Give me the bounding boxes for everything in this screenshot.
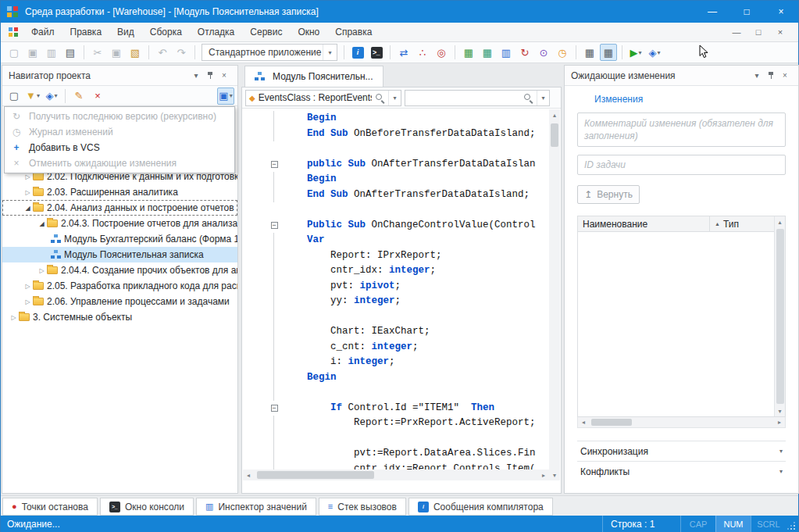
copy-icon[interactable]: ▣ [108, 44, 125, 61]
code-line[interactable]: −Public Sub OnChangeControlValue(Control [243, 218, 549, 234]
panel-menu-button[interactable]: ▾ [189, 71, 203, 80]
expand-arrow-icon[interactable]: ▷ [23, 298, 33, 305]
collapse-arrow-icon[interactable]: ◢ [37, 220, 47, 227]
menu-item[interactable]: Окно [290, 23, 327, 41]
save-all-icon[interactable]: ▥ [43, 44, 60, 61]
code-line[interactable] [243, 202, 549, 218]
chevron-down-icon[interactable]: ▾ [230, 92, 233, 99]
window-close-button[interactable]: × [764, 1, 798, 23]
code-line[interactable]: i: integer; [243, 355, 549, 370]
report-icon[interactable]: ▥ [498, 44, 515, 61]
tree-item[interactable]: ▷2.03. Расширенная аналитика [2, 184, 237, 200]
scroll-left-icon[interactable]: ◂ [578, 417, 589, 428]
code-line[interactable]: Chart: IEaxChart; [243, 324, 549, 340]
search-icon[interactable] [375, 93, 385, 103]
search-icon[interactable] [523, 93, 533, 103]
code-line[interactable]: Report:=PrxReport.ActiveReport; [243, 416, 549, 431]
chevron-down-icon[interactable]: ▾ [37, 92, 40, 99]
grid-search-alt-icon[interactable]: ▦ [600, 44, 617, 61]
components-icon[interactable]: ∴ [414, 44, 431, 61]
conflicts-expander[interactable]: Конфликты ▾ [577, 461, 786, 481]
menu-item[interactable]: Вид [109, 23, 142, 41]
code-line[interactable]: End Sub OnAfterTransferDataDataIsland; [243, 187, 549, 203]
chevron-down-icon[interactable]: ▾ [638, 49, 641, 56]
column-header-name[interactable]: Наименование [578, 216, 710, 231]
save-icon[interactable]: ▣ [24, 44, 41, 61]
member-selector[interactable]: ◆ EventsClass : ReportEvents ▾ [245, 90, 401, 106]
console-window-icon[interactable]: >_ [368, 44, 385, 61]
context-menu-item[interactable]: ◷Журнал изменений [5, 124, 234, 140]
scroll-right-icon[interactable]: ▸ [774, 417, 785, 428]
menu-item[interactable]: Сервис [242, 23, 290, 41]
tree-item[interactable]: ◢2.04.3. Построение отчетов для анализа … [2, 216, 237, 231]
tab-breakpoints[interactable]: ●Точки останова [2, 498, 98, 516]
window-maximize-button[interactable]: □ [729, 1, 764, 23]
scroll-up-icon[interactable]: ▴ [549, 109, 560, 120]
panel-close-button[interactable]: × [217, 71, 231, 80]
data-source-icon[interactable]: ⊙ [535, 44, 552, 61]
about-info-icon[interactable]: i [349, 44, 366, 61]
context-menu-item[interactable]: ↻Получить последнюю версию (рекурсивно) [5, 109, 234, 124]
macro-icon[interactable]: ◈▾ [646, 44, 663, 61]
collapse-arrow-icon[interactable]: ◢ [23, 205, 33, 212]
scroll-thumb[interactable] [776, 229, 784, 404]
tree-item[interactable]: ▷2.06. Управление процессами и задачами [2, 294, 237, 309]
scroll-thumb[interactable] [551, 123, 558, 147]
expand-arrow-icon[interactable]: ▷ [23, 189, 33, 196]
run-button[interactable]: ▶▾ [627, 44, 644, 61]
scroll-thumb[interactable] [591, 419, 632, 426]
history-icon[interactable]: ◷ [554, 44, 571, 61]
print-icon[interactable]: ▤ [62, 44, 79, 61]
code-line[interactable]: Begin [243, 370, 549, 386]
code-line[interactable] [243, 385, 549, 401]
pin-icon[interactable] [764, 71, 778, 80]
fold-collapse-icon[interactable]: − [271, 161, 278, 168]
chevron-down-icon[interactable]: ▾ [54, 92, 57, 99]
table-body[interactable] [578, 232, 774, 416]
tree-item[interactable]: Модуль Пояснительная записка [2, 247, 237, 262]
window-minimize-button[interactable]: — [695, 1, 729, 23]
panel-close-button[interactable]: × [778, 71, 792, 80]
editor-search-input[interactable]: ▾ [405, 90, 550, 106]
comment-input[interactable]: Комментарий изменения (обязателен для за… [577, 112, 786, 147]
code-line[interactable] [243, 431, 549, 447]
expand-arrow-icon[interactable]: ▷ [9, 314, 19, 321]
column-header-type[interactable]: ▲Тип [710, 219, 774, 230]
code-line[interactable]: cntr_idx: integer; [243, 263, 549, 279]
table-icon[interactable]: ▦ [460, 44, 477, 61]
code-line[interactable]: pvt:=Report.DataArea.Slices.Fin [243, 446, 549, 462]
data-table-icon[interactable]: ▦ [479, 44, 496, 61]
editor-horizontal-scrollbar[interactable]: ◂ ▸ [243, 470, 549, 480]
menu-item[interactable]: Отладка [190, 23, 242, 41]
app-type-select[interactable]: Стандартное приложение▾ [202, 44, 337, 61]
expand-arrow-icon[interactable]: ▷ [23, 173, 33, 180]
tree-item[interactable]: ▷2.04.4. Создание прочих объектов для ан… [2, 262, 237, 278]
code-line[interactable] [243, 141, 549, 157]
menu-item[interactable]: Справка [327, 23, 380, 41]
view-options-icon[interactable]: ◈▾ [43, 87, 60, 105]
code-line[interactable]: Report: IPrxReport; [243, 248, 549, 264]
fold-collapse-icon[interactable]: − [271, 405, 278, 412]
tree-item[interactable]: ▷2.05. Разработка прикладного кода для р… [2, 278, 237, 294]
code-line[interactable]: yy: integer; [243, 294, 549, 309]
scroll-right-icon[interactable]: ▸ [538, 470, 549, 480]
resize-grip-icon[interactable] [786, 516, 798, 532]
chevron-down-icon[interactable]: ▾ [388, 91, 401, 105]
edit-icon[interactable]: ✎ [70, 87, 87, 105]
vcs-menu-button[interactable]: ▣▾ [217, 87, 234, 105]
undo-icon[interactable]: ↶ [154, 44, 171, 61]
redo-icon[interactable]: ↷ [173, 44, 190, 61]
paste-icon[interactable]: ▧ [127, 44, 144, 61]
code-line[interactable]: Begin [243, 172, 549, 187]
refresh-data-icon[interactable]: ↻ [516, 44, 533, 61]
scroll-thumb[interactable] [257, 471, 374, 479]
tree-item[interactable]: ▷3. Системные объекты [2, 309, 237, 325]
scroll-down-icon[interactable]: ▾ [775, 405, 786, 416]
new-object-icon[interactable]: ▢ [5, 87, 23, 105]
chevron-down-icon[interactable]: ▾ [323, 45, 337, 60]
chevron-down-icon[interactable]: ▾ [537, 91, 549, 105]
new-document-icon[interactable]: ▢ [5, 44, 23, 61]
code-line[interactable]: c_cnt: integer; [243, 340, 549, 355]
tree-item[interactable]: ◢2.04. Анализ данных и построение отчето… [2, 200, 237, 216]
editor-tab[interactable]: Модуль Пояснительн... [244, 66, 383, 87]
